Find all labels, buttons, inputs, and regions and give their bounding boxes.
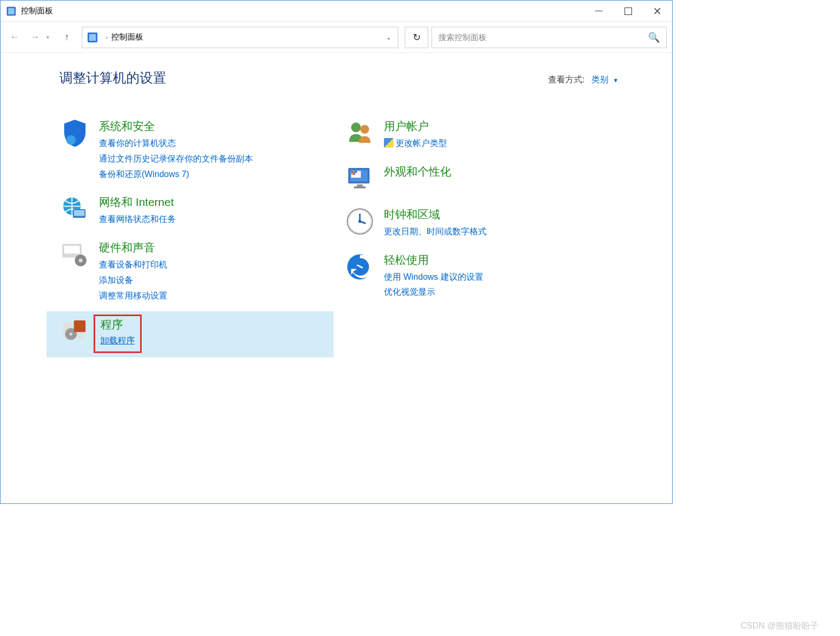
category-appearance: 外观和个性化 bbox=[332, 159, 619, 202]
page-heading: 调整计算机的设置 bbox=[59, 69, 166, 87]
programs-icon bbox=[59, 316, 90, 347]
search-input[interactable] bbox=[438, 33, 648, 42]
control-panel-window: 控制面板 ✕ ← → ▾ ↑ › 控制面板 ⌄ ↻ 🔍 调整计算机的设置 查看 bbox=[0, 0, 673, 504]
control-panel-icon bbox=[87, 32, 98, 43]
control-panel-icon bbox=[6, 6, 17, 17]
back-button[interactable]: ← bbox=[6, 29, 23, 46]
category-link[interactable]: 查看设备和打印机 bbox=[99, 257, 167, 273]
svg-point-11 bbox=[79, 258, 82, 262]
address-path: 控制面板 bbox=[111, 32, 143, 42]
appearance-icon bbox=[344, 163, 375, 194]
search-icon: 🔍 bbox=[648, 32, 660, 43]
toolbar: ← → ▾ ↑ › 控制面板 ⌄ ↻ 🔍 bbox=[1, 22, 672, 53]
svg-rect-25 bbox=[353, 173, 355, 175]
network-icon bbox=[59, 194, 90, 225]
category-user-accounts: 用户帐户更改帐户类型 bbox=[332, 113, 619, 159]
category-title[interactable]: 外观和个性化 bbox=[384, 164, 451, 179]
watermark: CSDN @熊猫盼盼子 bbox=[741, 620, 819, 632]
category-network: 网络和 Internet查看网络状态和任务 bbox=[47, 189, 334, 235]
maximize-button[interactable] bbox=[613, 1, 643, 21]
col-right: 用户帐户更改帐户类型外观和个性化时钟和区域更改日期、时间或数字格式轻松使用使用 … bbox=[344, 113, 619, 357]
svg-rect-3 bbox=[89, 34, 96, 41]
svg-point-4 bbox=[66, 135, 76, 145]
category-title[interactable]: 轻松使用 bbox=[384, 252, 483, 267]
system-security-icon bbox=[59, 118, 90, 149]
close-button[interactable]: ✕ bbox=[643, 1, 672, 21]
content: 调整计算机的设置 查看方式: 类别 ▼ 系统和安全查看你的计算机状态通过文件历史… bbox=[1, 53, 672, 368]
category-hardware-sound: 硬件和声音查看设备和打印机添加设备调整常用移动设置 bbox=[47, 235, 334, 311]
svg-rect-21 bbox=[351, 171, 353, 173]
window-title: 控制面板 bbox=[21, 6, 53, 16]
svg-rect-24 bbox=[351, 173, 353, 175]
titlebar: 控制面板 ✕ bbox=[1, 1, 672, 22]
svg-point-14 bbox=[70, 332, 72, 335]
svg-rect-22 bbox=[353, 171, 355, 173]
view-by-label: 查看方式: bbox=[548, 75, 584, 84]
refresh-button[interactable]: ↻ bbox=[405, 27, 428, 48]
category-system-security: 系统和安全查看你的计算机状态通过文件历史记录保存你的文件备份副本备份和还原(Wi… bbox=[47, 113, 334, 189]
category-title[interactable]: 系统和安全 bbox=[99, 119, 253, 134]
category-clock-region: 时钟和区域更改日期、时间或数字格式 bbox=[332, 202, 619, 247]
svg-rect-7 bbox=[74, 210, 84, 216]
category-link[interactable]: 卸载程序 bbox=[101, 333, 135, 349]
category-programs: 程序卸载程序 bbox=[47, 311, 334, 358]
svg-point-16 bbox=[351, 122, 361, 132]
category-title[interactable]: 网络和 Internet bbox=[99, 195, 176, 210]
svg-rect-27 bbox=[354, 186, 366, 188]
svg-point-17 bbox=[360, 125, 369, 134]
category-link[interactable]: 添加设备 bbox=[99, 273, 167, 288]
window-controls: ✕ bbox=[584, 1, 672, 21]
address-bar[interactable]: › 控制面板 ⌄ bbox=[82, 27, 398, 48]
up-button[interactable]: ↑ bbox=[58, 29, 75, 46]
category-title[interactable]: 程序 bbox=[101, 317, 135, 332]
chevron-down-icon: ▼ bbox=[613, 77, 619, 83]
category-link[interactable]: 优化视觉显示 bbox=[384, 285, 483, 300]
ease-of-access-icon bbox=[344, 251, 375, 282]
category-link[interactable]: 更改日期、时间或数字格式 bbox=[384, 224, 487, 240]
svg-point-32 bbox=[358, 220, 361, 223]
category-title[interactable]: 时钟和区域 bbox=[384, 207, 487, 222]
category-link[interactable]: 查看你的计算机状态 bbox=[99, 136, 253, 151]
minimize-button[interactable] bbox=[584, 1, 613, 21]
forward-button[interactable]: → bbox=[26, 29, 43, 46]
category-grid: 系统和安全查看你的计算机状态通过文件历史记录保存你的文件备份副本备份和还原(Wi… bbox=[59, 113, 619, 357]
col-left: 系统和安全查看你的计算机状态通过文件历史记录保存你的文件备份副本备份和还原(Wi… bbox=[59, 113, 334, 357]
category-ease-of-access: 轻松使用使用 Windows 建议的设置优化视觉显示 bbox=[332, 247, 619, 308]
category-link[interactable]: 通过文件历史记录保存你的文件备份副本 bbox=[99, 151, 253, 167]
user-accounts-icon bbox=[344, 118, 375, 149]
svg-rect-23 bbox=[355, 171, 357, 173]
svg-rect-15 bbox=[74, 320, 86, 332]
category-title[interactable]: 用户帐户 bbox=[384, 119, 447, 134]
category-link[interactable]: 更改帐户类型 bbox=[384, 136, 447, 151]
view-by[interactable]: 查看方式: 类别 ▼ bbox=[548, 74, 619, 86]
hardware-sound-icon bbox=[59, 239, 90, 270]
category-link[interactable]: 使用 Windows 建议的设置 bbox=[384, 270, 483, 285]
category-link[interactable]: 调整常用移动设置 bbox=[99, 288, 167, 304]
address-dropdown[interactable]: ⌄ bbox=[380, 34, 398, 41]
category-link[interactable]: 查看网络状态和任务 bbox=[99, 212, 176, 227]
category-title[interactable]: 硬件和声音 bbox=[99, 240, 167, 255]
recent-dropdown[interactable]: ▾ bbox=[47, 34, 55, 40]
svg-rect-1 bbox=[8, 8, 14, 14]
clock-region-icon bbox=[344, 206, 375, 237]
view-by-value: 类别 bbox=[591, 75, 608, 84]
svg-rect-26 bbox=[357, 185, 363, 187]
svg-rect-9 bbox=[64, 246, 80, 254]
search-box[interactable]: 🔍 bbox=[431, 27, 667, 48]
category-link[interactable]: 备份和还原(Windows 7) bbox=[99, 167, 253, 182]
chevron-right-icon: › bbox=[106, 34, 108, 41]
